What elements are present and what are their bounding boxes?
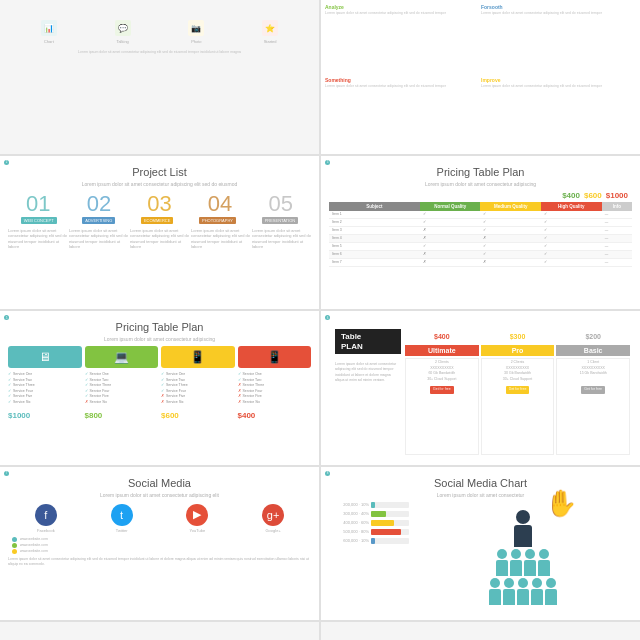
ultimate-btn[interactable]: Get for free — [430, 386, 454, 394]
bar-row-2: 300,000 · 40% — [329, 511, 409, 517]
person-9 — [545, 578, 557, 605]
mini-section-forsooth: Forsooth Lorem ipsum dolor sit amet cons… — [481, 4, 636, 76]
person-head — [546, 578, 556, 588]
slide-number-5: 5 — [4, 315, 9, 320]
photo-icon: 📷 — [188, 20, 204, 36]
table-row: Item 1✓✓✓— — [329, 211, 632, 219]
check-1: ✓ — [420, 242, 481, 250]
pro-btn[interactable]: Get for free — [506, 386, 530, 394]
person-body-center — [514, 525, 532, 547]
pricing-cards-row: 🖥 💻 📱 📱 — [8, 346, 311, 368]
col-info: Info — [602, 202, 632, 211]
table-plan-right: $400 $300 $200 Ultimate Pro Basic 2 Clie… — [405, 325, 630, 455]
ultimate-price: $400 — [434, 333, 450, 340]
bar-row-4: 500,000 · 80% — [329, 529, 409, 535]
table-row: Item 2✓✓✓— — [329, 218, 632, 226]
person-center — [514, 510, 532, 547]
googleplus-icon: g+ — [262, 504, 284, 526]
social-media-title: Social Media — [8, 477, 311, 489]
info: — — [602, 218, 632, 226]
started-label: Started — [264, 39, 277, 44]
bar-label-2: 300,000 · 40% — [329, 511, 369, 516]
person-body — [545, 589, 557, 605]
social-links: www.website.com www.website.com www.webs… — [12, 537, 307, 554]
bar-track-5 — [371, 538, 409, 544]
basic-btn[interactable]: Get for free — [581, 386, 605, 394]
facebook-label: Facebook — [37, 528, 55, 533]
basic-content: 1 ClientXXXXXXXXXX15 Gb Bandwidth Get fo… — [556, 358, 630, 455]
list-item: ✗Service Six — [238, 400, 312, 406]
person-6 — [503, 578, 515, 605]
person-head — [490, 578, 500, 588]
bar-label-3: 400,000 · 60% — [329, 520, 369, 525]
googleplus-label: Google+ — [266, 528, 281, 533]
started-icon: ⭐ — [262, 20, 278, 36]
link-dot-2 — [12, 543, 17, 548]
bar-track-1 — [371, 502, 409, 508]
bar-fill-2 — [371, 511, 386, 517]
price-800: $800 — [85, 410, 159, 423]
people-figure-container: 🤚 — [473, 502, 573, 605]
bar-label-4: 500,000 · 80% — [329, 529, 369, 534]
slide-social-chart: 8 Social Media Chart Lorem ipsum dolor s… — [321, 467, 640, 621]
info: — — [602, 258, 632, 266]
pro-content: 2 ClientsXXXXXXXXXX30 Gb Bandwidth30+ Cl… — [481, 358, 555, 455]
chart-bars: 200,000 · 10% 300,000 · 40% 400,000 · 60… — [329, 502, 409, 605]
list-item: ✗Service Six — [85, 400, 159, 406]
person-8 — [531, 578, 543, 605]
info: — — [602, 250, 632, 258]
person-body — [531, 589, 543, 605]
price-400: $400 — [238, 410, 312, 423]
price-600: $600 — [161, 410, 235, 423]
cross-1: ✗ — [420, 234, 481, 242]
social-icons-row: f Facebook t Twitter ▶ YouTube g+ Google… — [8, 504, 311, 533]
info: — — [602, 226, 632, 234]
mini-section-something: Something Lorem ipsum dolor sit amet con… — [325, 77, 480, 149]
bar-row-1: 200,000 · 10% — [329, 502, 409, 508]
slide-number-3: 3 — [325, 160, 330, 165]
proj-col-1: Lorem ipsum dolor sit amet consectetur a… — [8, 228, 67, 250]
check-1: ✓ — [420, 211, 481, 219]
slide-bottom-left — [0, 622, 319, 640]
improve-title: Improve — [481, 77, 636, 83]
person-head — [504, 578, 514, 588]
proj-num-5: 05 — [268, 193, 292, 215]
ultimate-header: Ultimate — [405, 345, 479, 356]
people-row-2 — [473, 578, 573, 605]
slide-table-plan: 6 Table PLAN Lorem ipsum dolor sit amet … — [321, 311, 640, 465]
bar-fill-1 — [371, 502, 375, 508]
chart-icon: 📊 — [41, 20, 57, 36]
cross-1: ✗ — [420, 258, 481, 266]
slide-top-right: Analyze Lorem ipsum dolor sit amet conse… — [321, 0, 640, 154]
proj-num-2: 02 — [87, 193, 111, 215]
pricing-list-columns: ✓Service One ✓Service Two ✓Service Three… — [8, 372, 311, 422]
proj-num-3: 03 — [147, 193, 171, 215]
person-head — [511, 549, 521, 559]
something-title: Something — [325, 77, 480, 83]
project-badges-row: WEB CONCEPT ADVERTISING eCOMMERCE PHOTOG… — [8, 217, 311, 224]
table-row: Item 3✗✓✓— — [329, 226, 632, 234]
facebook-item: f Facebook — [35, 504, 57, 533]
slide-number-8: 8 — [325, 471, 330, 476]
slide-number-6: 6 — [325, 315, 330, 320]
person-1 — [496, 549, 508, 576]
slide-pricing-left: 5 Pricing Table Plan Lorem ipsum dolor s… — [0, 311, 319, 465]
person-body — [524, 560, 536, 576]
chart-label: Chart — [44, 39, 54, 44]
person-body — [538, 560, 550, 576]
person-head — [525, 549, 535, 559]
price-400: $400 — [562, 191, 580, 200]
pricing-top-title: Pricing Table Plan — [329, 166, 632, 178]
social-media-subtitle: Lorem ipsum dolor sit amet consectetur a… — [8, 492, 311, 498]
check-3: ✓ — [541, 242, 602, 250]
cross-2: ✗ — [480, 258, 541, 266]
chart-area: 200,000 · 10% 300,000 · 40% 400,000 · 60… — [329, 502, 632, 605]
youtube-label: YouTube — [190, 528, 206, 533]
project-numbers-row: 01 02 03 04 05 — [8, 193, 311, 215]
person-head — [518, 578, 528, 588]
person-2 — [510, 549, 522, 576]
analyze-title: Analyze — [325, 4, 480, 10]
youtube-icon: ▶ — [186, 504, 208, 526]
hand-icon: 🤚 — [545, 488, 577, 519]
col-high: High Quality — [541, 202, 602, 211]
